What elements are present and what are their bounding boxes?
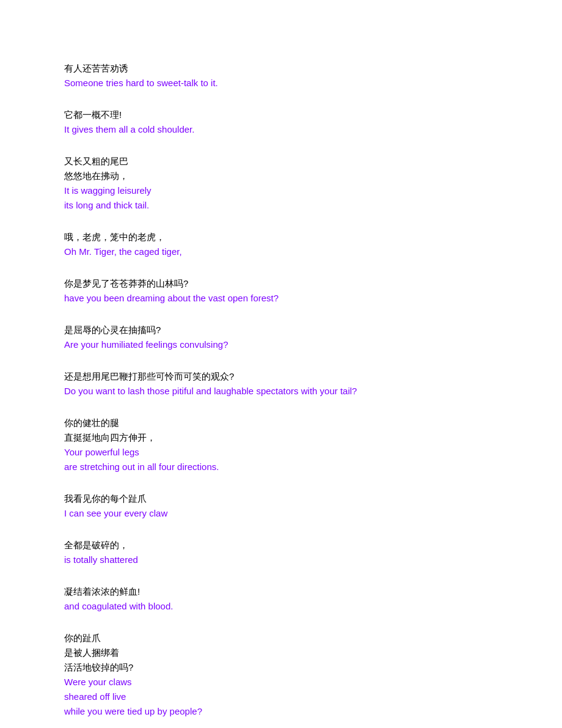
english-line: Someone tries hard to sweet-talk to it. bbox=[64, 76, 498, 90]
english-line: Oh Mr. Tiger, the caged tiger, bbox=[64, 245, 498, 259]
stanza: 它都一概不理!It gives them all a cold shoulder… bbox=[64, 108, 498, 137]
stanza: 凝结着浓浓的鲜血!and coagulated with blood. bbox=[64, 584, 498, 614]
chinese-line: 你的健壮的腿 bbox=[64, 416, 498, 430]
stanza: 我看见你的每个趾爪I can see your every claw bbox=[64, 491, 498, 521]
stanza: 你的趾爪是被人捆绑着活活地铰掉的吗?Were your clawssheared… bbox=[64, 631, 498, 719]
chinese-line: 我看见你的每个趾爪 bbox=[64, 491, 498, 506]
english-line: are stretching out in all four direction… bbox=[64, 460, 498, 474]
stanza: 全都是破碎的，is totally shattered bbox=[64, 538, 498, 567]
chinese-line: 直挺挺地向四方伸开， bbox=[64, 430, 498, 445]
english-line: It is wagging leisurely bbox=[64, 183, 498, 198]
english-line: It gives them all a cold shoulder. bbox=[64, 122, 498, 137]
stanza: 有人还苦苦劝诱Someone tries hard to sweet-talk … bbox=[64, 61, 498, 90]
chinese-line: 活活地铰掉的吗? bbox=[64, 660, 498, 675]
english-line: while you were tied up by people? bbox=[64, 704, 498, 719]
chinese-line: 它都一概不理! bbox=[64, 108, 498, 122]
chinese-line: 悠悠地在拂动， bbox=[64, 169, 498, 183]
chinese-line: 还是想用尾巴鞭打那些可怜而可笑的观众? bbox=[64, 369, 498, 384]
stanza: 又长又粗的尾巴悠悠地在拂动，It is wagging leisurelyits… bbox=[64, 154, 498, 213]
chinese-line: 有人还苦苦劝诱 bbox=[64, 61, 498, 76]
chinese-line: 全都是破碎的， bbox=[64, 538, 498, 553]
english-line: and coagulated with blood. bbox=[64, 599, 498, 614]
english-line: have you been dreaming about the vast op… bbox=[64, 291, 498, 306]
chinese-line: 哦，老虎，笼中的老虎， bbox=[64, 230, 498, 245]
stanza: 你的健壮的腿直挺挺地向四方伸开，Your powerful legsare st… bbox=[64, 416, 498, 474]
english-line: Were your claws bbox=[64, 675, 498, 689]
english-line: Do you want to lash those pitiful and la… bbox=[64, 384, 498, 399]
stanza: 是屈辱的心灵在抽搐吗?Are your humiliated feelings … bbox=[64, 323, 498, 352]
stanza: 还是想用尾巴鞭打那些可怜而可笑的观众?Do you want to lash t… bbox=[64, 369, 498, 399]
poem-container: 有人还苦苦劝诱Someone tries hard to sweet-talk … bbox=[64, 61, 498, 719]
chinese-line: 你的趾爪 bbox=[64, 631, 498, 645]
stanza: 你是梦见了苍苍莽莽的山林吗?have you been dreaming abo… bbox=[64, 276, 498, 306]
english-line: its long and thick tail. bbox=[64, 198, 498, 213]
chinese-line: 凝结着浓浓的鲜血! bbox=[64, 584, 498, 599]
english-line: is totally shattered bbox=[64, 553, 498, 567]
chinese-line: 是屈辱的心灵在抽搐吗? bbox=[64, 323, 498, 337]
chinese-line: 又长又粗的尾巴 bbox=[64, 154, 498, 169]
english-line: I can see your every claw bbox=[64, 506, 498, 521]
stanza: 哦，老虎，笼中的老虎，Oh Mr. Tiger, the caged tiger… bbox=[64, 230, 498, 259]
chinese-line: 是被人捆绑着 bbox=[64, 645, 498, 660]
chinese-line: 你是梦见了苍苍莽莽的山林吗? bbox=[64, 276, 498, 291]
english-line: Are your humiliated feelings convulsing? bbox=[64, 337, 498, 352]
english-line: sheared off live bbox=[64, 689, 498, 704]
english-line: Your powerful legs bbox=[64, 445, 498, 460]
